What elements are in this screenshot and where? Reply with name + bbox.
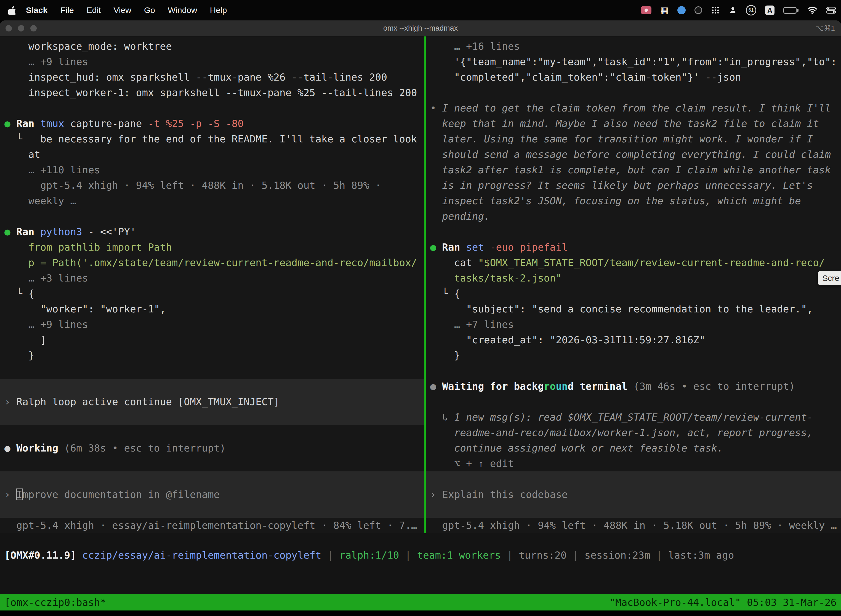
text-segment: … +3 lines	[28, 273, 88, 284]
text-segment: last:3m ago	[668, 550, 734, 561]
terminal-row: continue assigned work or next feasible …	[426, 440, 841, 456]
text-segment: "$OMX_TEAM_STATE_ROOT/team/review-curren…	[478, 257, 825, 268]
left-pane[interactable]: workspace_mode: worktree … +9 lines insp…	[0, 37, 424, 533]
battery-gauge-icon[interactable]: 61	[746, 5, 756, 15]
control-center-icon[interactable]	[826, 6, 836, 14]
menu-go[interactable]: Go	[138, 6, 161, 15]
terminal-row	[0, 409, 424, 425]
text-segment: inspect task2's JSON, focusing on the st…	[430, 195, 801, 207]
text-segment: ⌥ + ↑ edit	[430, 458, 514, 469]
terminal-row: … +3 lines	[0, 270, 424, 286]
terminal-row	[0, 456, 424, 471]
input-source-icon[interactable]: A	[765, 6, 775, 15]
terminal-row: … +9 lines	[0, 54, 424, 70]
text-segment: Explain this codebase	[442, 489, 568, 500]
menu-view[interactable]: View	[107, 6, 138, 15]
terminal-row	[426, 471, 841, 487]
terminal-row: task2 after task1 is complete, but can I…	[426, 162, 841, 178]
dark-app-icon[interactable]	[694, 6, 702, 14]
text-segment: ralph:1/10	[339, 550, 405, 561]
terminal-row: }	[426, 348, 841, 363]
menu-items: FileEditViewGoWindowHelp	[54, 6, 233, 15]
window-shortcut: ⌥⌘1	[816, 24, 835, 32]
terminal-row: workspace_mode: worktree	[0, 39, 424, 54]
terminal-row: … +7 lines	[426, 317, 841, 332]
menu-help[interactable]: Help	[204, 6, 233, 15]
prompt-row[interactable]: › Explain this codebase	[426, 487, 841, 502]
terminal-row: [OMX#0.11.9] cczip/essay/ai-reimplementa…	[0, 547, 841, 563]
terminal-row: ● Ran python3 - <<'PY'	[0, 224, 424, 239]
terminal-row: "subject": "send a concise recommendatio…	[426, 301, 841, 317]
terminal-row	[0, 502, 424, 518]
edge-tooltip-text: Scre	[822, 273, 840, 283]
text-segment: d terminal	[568, 381, 633, 392]
app-menu-title[interactable]: Slack	[19, 6, 54, 15]
terminal-row: '{"team_name":"my-team","task_id":"1","f…	[426, 54, 841, 70]
text-segment: session:23m	[585, 550, 656, 561]
text-segment: "subject": "send a concise recommendatio…	[430, 303, 813, 315]
screen-recording-icon[interactable]	[641, 6, 652, 14]
grid-app-icon[interactable]: ▦	[660, 5, 668, 15]
window-title: omx --xhigh --madmax	[0, 24, 841, 32]
terminal-row	[0, 100, 424, 116]
text-segment: workspace_mode: worktree	[4, 41, 172, 52]
window-titlebar[interactable]: omx --xhigh --madmax ⌥⌘1	[0, 21, 841, 37]
terminal-row: • I need to get the claim token from the…	[426, 100, 841, 116]
tmux-panes: workspace_mode: worktree … +9 lines insp…	[0, 37, 841, 533]
terminal-row: weekly …	[0, 193, 424, 209]
text-segment	[4, 319, 28, 330]
menu-window[interactable]: Window	[161, 6, 204, 15]
text-segment: p = Path('.omx/state/team/review-current…	[4, 257, 417, 268]
omx-status-line: [OMX#0.11.9] cczip/essay/ai-reimplementa…	[0, 533, 841, 594]
terminal-row	[0, 363, 424, 378]
blue-app-icon[interactable]	[677, 6, 686, 14]
text-segment: |	[327, 550, 339, 561]
text-segment: from pathlib import Path	[4, 242, 172, 253]
tmux-host-time: "MacBook-Pro-44.local" 05:03 31-Mar-26	[609, 597, 837, 608]
menu-edit[interactable]: Edit	[80, 6, 107, 15]
terminal-row: … +16 lines	[426, 39, 841, 54]
terminal-row: … +110 lines	[0, 162, 424, 178]
terminal-row: inspect task2's JSON, focusing on the st…	[426, 193, 841, 209]
text-segment: - <<'PY'	[88, 226, 136, 238]
text-segment: 1 new msg(s): read $OMX_TEAM_STATE_ROOT/…	[454, 412, 813, 423]
text-segment: ●	[4, 118, 16, 129]
terminal-row: └ {	[0, 286, 424, 301]
apple-menu[interactable]	[8, 6, 15, 15]
terminal-row	[426, 502, 841, 518]
terminal-row: "worker": "worker-1",	[0, 301, 424, 317]
wifi-icon[interactable]	[807, 6, 817, 14]
text-segment: team:1 workers	[417, 550, 507, 561]
text-segment: -euo pipefail	[490, 242, 568, 253]
terminal-row	[426, 363, 841, 378]
text-segment: pending.	[430, 211, 490, 222]
terminal-row: ⌥ + ↑ edit	[426, 456, 841, 471]
terminal-row	[0, 378, 424, 394]
text-segment	[430, 319, 454, 330]
person-icon[interactable]	[729, 6, 737, 14]
dots-grid-icon[interactable]	[711, 6, 720, 15]
text-segment: cczip/essay/ai-reimplementation-copyleft	[82, 550, 328, 561]
prompt-row[interactable]: › Improve documentation in @filename	[0, 487, 424, 502]
text-segment: Waiting for backg	[442, 381, 544, 392]
text-segment: … +110 lines	[28, 164, 100, 176]
text-segment: Ran	[16, 118, 40, 129]
text-segment: un	[556, 381, 568, 392]
text-segment: •	[430, 103, 442, 114]
text-segment: at	[4, 149, 40, 160]
text-segment: task2 after task1 is complete, but can I…	[430, 164, 831, 176]
prompt-row[interactable]: › Ralph loop active continue [OMX_TMUX_I…	[0, 394, 424, 409]
terminal-row: inspect_hud: omx sparkshell --tmux-pane …	[0, 70, 424, 85]
terminal-row: ]	[0, 332, 424, 348]
terminal-row: gpt-5.4 xhigh · 94% left · 488K in · 5.1…	[0, 178, 424, 193]
text-segment: }	[4, 350, 34, 361]
terminal-row	[0, 425, 424, 440]
terminal-row: keep that in mind. Maybe I also need the…	[426, 116, 841, 131]
right-pane[interactable]: … +16 lines '{"team_name":"my-team","tas…	[426, 37, 841, 533]
battery-icon[interactable]	[783, 7, 799, 14]
text-segment: '{"team_name":"my-team","task_id":"1","f…	[430, 56, 837, 67]
menu-file[interactable]: File	[54, 6, 80, 15]
text-segment: … +9 lines	[28, 56, 88, 67]
text-segment: "worker": "worker-1",	[4, 303, 166, 315]
apple-icon	[8, 6, 15, 15]
